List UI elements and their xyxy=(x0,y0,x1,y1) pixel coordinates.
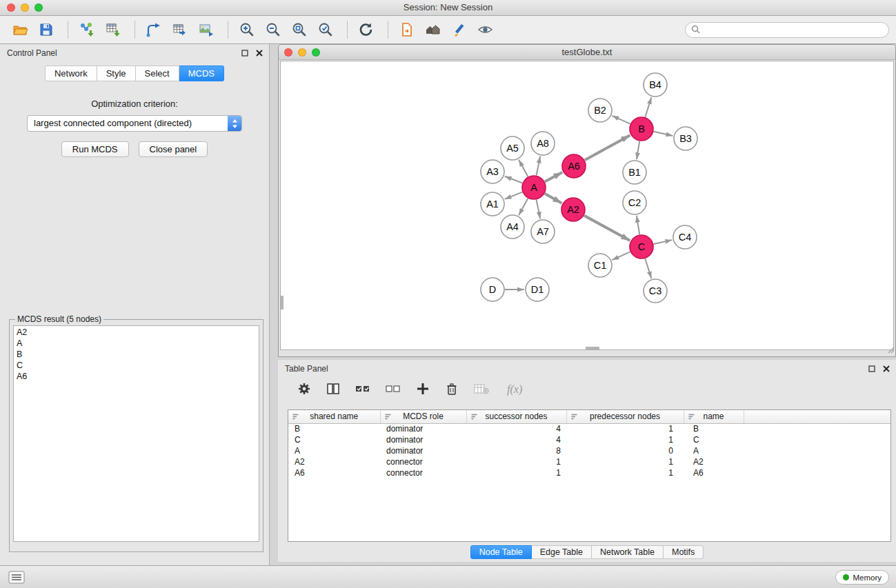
select-all-icon[interactable] xyxy=(355,385,370,395)
column-header-shared-name[interactable]: shared name xyxy=(288,410,380,423)
edge-C-C4[interactable] xyxy=(654,240,673,244)
tab-select[interactable]: Select xyxy=(136,65,179,81)
zoom-in-icon[interactable] xyxy=(235,18,259,41)
cell-shared-name[interactable]: C xyxy=(288,434,380,445)
save-session-icon[interactable] xyxy=(34,18,58,41)
refresh-icon[interactable] xyxy=(355,18,378,41)
table-row[interactable]: Cdominator41C xyxy=(288,434,891,445)
column-header-name[interactable]: name xyxy=(684,410,744,423)
node-A4[interactable]: A4 xyxy=(501,215,524,239)
cell-name[interactable]: A2 xyxy=(684,456,744,467)
cell-predecessor-nodes[interactable]: 1 xyxy=(566,423,684,434)
node-D1[interactable]: D1 xyxy=(526,278,549,301)
node-B3[interactable]: B3 xyxy=(674,127,697,150)
float-table-panel-icon[interactable] xyxy=(868,365,876,373)
node-C2[interactable]: C2 xyxy=(623,191,646,214)
delete-column-icon[interactable] xyxy=(445,382,459,398)
edge-A-A1[interactable] xyxy=(505,192,523,199)
node-C4[interactable]: C4 xyxy=(673,225,697,249)
cell-successor-nodes[interactable]: 4 xyxy=(466,423,566,434)
gear-icon[interactable] xyxy=(297,382,311,398)
table-row[interactable]: A6connector11A6 xyxy=(288,467,891,478)
network-canvas[interactable]: B4B2BB3A5A8A6A3B1AC2A1A2A4A7C4CC1C3DD1 xyxy=(280,61,894,350)
tab-network[interactable]: Network xyxy=(45,65,97,81)
minimize-button[interactable] xyxy=(21,3,29,12)
columns-icon[interactable] xyxy=(326,382,340,398)
zoom-button[interactable] xyxy=(34,3,43,12)
cell-successor-nodes[interactable]: 1 xyxy=(466,456,566,467)
cytoscape-home-icon[interactable] xyxy=(421,18,445,41)
cell-successor-nodes[interactable]: 4 xyxy=(466,434,566,445)
search-input[interactable] xyxy=(704,26,883,35)
import-table-from-file-icon[interactable] xyxy=(101,18,125,41)
cell-predecessor-nodes[interactable]: 1 xyxy=(566,456,684,467)
export-table-icon[interactable] xyxy=(168,18,192,41)
edge-A-A6[interactable] xyxy=(545,172,562,182)
column-header-successor-nodes[interactable]: successor nodes xyxy=(466,410,566,423)
cell-shared-name[interactable]: A6 xyxy=(288,467,380,478)
tab-network-table[interactable]: Network Table xyxy=(592,545,664,559)
memory-button[interactable]: Memory xyxy=(835,570,889,585)
node-A[interactable]: A xyxy=(522,176,546,199)
close-panel-icon[interactable] xyxy=(255,49,263,57)
node-A1[interactable]: A1 xyxy=(481,192,504,216)
share-network-icon[interactable] xyxy=(142,18,166,41)
cell-MCDS-role[interactable]: dominator xyxy=(380,445,466,456)
cell-name[interactable]: C xyxy=(684,434,744,445)
float-panel-icon[interactable] xyxy=(241,49,249,57)
edge-B-B2[interactable] xyxy=(612,116,630,124)
add-column-icon[interactable] xyxy=(416,382,430,398)
clear-selection-icon[interactable] xyxy=(386,385,401,395)
delete-table-icon[interactable] xyxy=(474,383,489,396)
criterion-dropdown[interactable]: largest connected component (directed) xyxy=(27,115,242,132)
run-mcds-button[interactable]: Run MCDS xyxy=(61,141,129,157)
edge-B-B4[interactable] xyxy=(645,97,651,117)
minimize-network-button[interactable] xyxy=(298,48,306,57)
result-item[interactable]: B xyxy=(17,349,256,360)
node-A7[interactable]: A7 xyxy=(531,220,555,243)
edge-A2-C[interactable] xyxy=(584,216,630,241)
table-row[interactable]: Bdominator41B xyxy=(288,423,891,434)
table-row[interactable]: A2connector11A2 xyxy=(288,456,891,467)
cell-MCDS-role[interactable]: dominator xyxy=(380,434,466,445)
zoom-fit-icon[interactable] xyxy=(288,18,311,41)
node-A6[interactable]: A6 xyxy=(562,154,586,178)
node-B4[interactable]: B4 xyxy=(644,73,667,97)
node-B1[interactable]: B1 xyxy=(623,161,646,184)
edge-B-B1[interactable] xyxy=(637,141,639,159)
network-window-titlebar[interactable]: testGlobe.txt xyxy=(279,45,895,60)
node-C[interactable]: C xyxy=(630,235,653,258)
cell-predecessor-nodes[interactable]: 1 xyxy=(566,434,684,445)
tab-mcds[interactable]: MCDS xyxy=(179,65,224,81)
cell-shared-name[interactable]: A2 xyxy=(288,456,380,467)
help-icon[interactable] xyxy=(448,18,471,41)
edge-C-C2[interactable] xyxy=(637,216,639,234)
search-box[interactable] xyxy=(685,22,889,38)
tab-edge-table[interactable]: Edge Table xyxy=(532,545,592,559)
node-C1[interactable]: C1 xyxy=(588,254,612,277)
edge-C-C3[interactable] xyxy=(645,258,651,278)
node-A3[interactable]: A3 xyxy=(481,160,504,183)
cell-name[interactable]: A xyxy=(684,445,744,456)
export-image-icon[interactable] xyxy=(195,18,218,41)
node-A2[interactable]: A2 xyxy=(561,198,585,221)
cell-successor-nodes[interactable]: 1 xyxy=(466,467,566,478)
table-row[interactable]: Adominator80A xyxy=(288,445,891,456)
node-C3[interactable]: C3 xyxy=(644,279,667,303)
cell-MCDS-role[interactable]: connector xyxy=(380,456,466,467)
column-header-MCDS-role[interactable]: MCDS role xyxy=(380,410,466,423)
edge-C-C1[interactable] xyxy=(612,252,630,260)
horizontal-scrollbar[interactable] xyxy=(586,347,599,349)
zoom-out-icon[interactable] xyxy=(261,18,285,41)
edge-A-A7[interactable] xyxy=(537,200,541,219)
close-panel-button[interactable]: Close panel xyxy=(139,141,208,157)
vertical-scrollbar[interactable] xyxy=(281,296,283,310)
close-table-panel-icon[interactable] xyxy=(882,365,890,373)
tab-node-table[interactable]: Node Table xyxy=(470,545,532,559)
cell-predecessor-nodes[interactable]: 1 xyxy=(566,467,684,478)
node-D[interactable]: D xyxy=(481,278,504,301)
edge-A-A4[interactable] xyxy=(519,199,528,215)
zoom-selected-icon[interactable] xyxy=(314,18,337,41)
cell-successor-nodes[interactable]: 8 xyxy=(466,445,566,456)
resize-grip-icon[interactable] xyxy=(887,345,895,356)
